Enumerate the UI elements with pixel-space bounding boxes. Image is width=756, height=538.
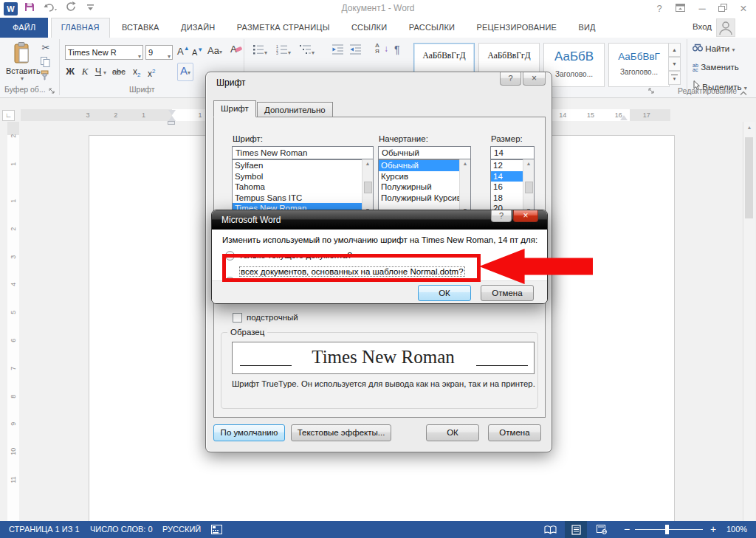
font-list-item[interactable]: Tempus Sans ITC [233, 193, 373, 204]
sort-button[interactable]: А Я [375, 43, 379, 55]
font-list-item[interactable]: Tahoma [233, 182, 373, 193]
styles-dialog-launcher-icon[interactable] [648, 86, 655, 97]
web-layout-icon[interactable] [591, 521, 613, 538]
size-list-scrollbar[interactable]: ▲ ▼ [523, 159, 534, 215]
confirm-ok-button[interactable]: ОК [418, 285, 471, 301]
italic-button[interactable]: К [78, 64, 92, 79]
tab-review[interactable]: РЕЦЕНЗИРОВАНИЕ [467, 18, 566, 38]
style-item[interactable]: АаБбВ Заголово... [543, 43, 605, 87]
scrollbar-thumb[interactable] [525, 182, 533, 193]
format-painter-icon[interactable] [40, 70, 51, 83]
scroll-up-icon[interactable]: ▲ [365, 159, 371, 168]
font-dialog-close-button[interactable]: × [523, 72, 546, 86]
style-list-item[interactable]: Обычный [379, 160, 470, 171]
first-line-indent-marker[interactable] [168, 110, 176, 115]
vertical-ruler[interactable]: 21 1234567891011 [7, 122, 19, 521]
change-case-button[interactable]: Aa▾ [207, 45, 222, 56]
tab-view[interactable]: ВИД [568, 18, 605, 38]
font-list-item[interactable]: Symbol [233, 171, 373, 182]
zoom-slider-track[interactable] [635, 529, 703, 530]
minimize-button[interactable]: ─ [693, 1, 712, 15]
tab-design[interactable]: ДИЗАЙН [171, 18, 224, 38]
numbering-button[interactable]: 123▾ [276, 44, 291, 57]
decrease-indent-button[interactable] [332, 44, 344, 57]
styles-scroll-down[interactable]: ▼ [668, 57, 681, 71]
confirm-dialog-help-button[interactable]: ? [491, 210, 512, 222]
zoom-in-button[interactable]: + [710, 521, 716, 538]
tab-home[interactable]: ГЛАВНАЯ [51, 18, 110, 38]
bullets-button[interactable]: ▾ [252, 44, 267, 57]
scroll-up-icon[interactable]: ▲ [463, 159, 468, 168]
style-list-item[interactable]: Курсив [379, 171, 470, 182]
font-dialog-tab-font[interactable]: Шрифт [213, 100, 256, 117]
tab-references[interactable]: ССЫЛКИ [342, 18, 396, 38]
default-button[interactable]: По умолчанию [213, 424, 285, 441]
style-list[interactable]: ОбычныйКурсивПолужирныйПолужирный Курсив [378, 159, 471, 215]
styles-scroll-up[interactable]: ▲ [668, 43, 681, 57]
font-dialog-tab-advanced[interactable]: Дополнительно [257, 102, 333, 117]
ribbon-display-options-icon[interactable] [670, 1, 690, 15]
paste-button[interactable]: Вставить ▾ [6, 42, 38, 88]
tab-file[interactable]: ФАЙЛ [0, 18, 48, 38]
style-value-box[interactable]: Обычный [378, 146, 471, 159]
font-list-item[interactable]: Sylfaen [233, 160, 373, 171]
font-size-combo[interactable]: 9 ▾ [145, 45, 173, 60]
confirm-dialog-close-button[interactable]: × [513, 210, 538, 222]
style-list-item[interactable]: Полужирный Курсив [379, 193, 470, 204]
font-list[interactable]: SylfaenSymbolTahomaTempus Sans ITCTimes … [232, 159, 374, 215]
replace-button[interactable]: abac Заменить [693, 62, 739, 72]
bold-button[interactable]: Ж [63, 64, 77, 79]
font-value-box[interactable]: Times New Roman [232, 146, 374, 159]
right-indent-marker[interactable] [620, 115, 628, 120]
redo-icon[interactable] [62, 1, 80, 16]
font-name-combo[interactable]: Times New R ▾ [65, 45, 143, 60]
word-count[interactable]: ЧИСЛО СЛОВ: 0 [90, 521, 153, 538]
style-item[interactable]: АаБбВвГ Заголово... [608, 43, 670, 87]
tab-mailings[interactable]: РАССЫЛКИ [399, 18, 464, 38]
help-icon[interactable]: ? [650, 1, 669, 15]
style-list-item[interactable]: Полужирный [379, 182, 470, 193]
language-indicator[interactable]: РУССКИЙ [162, 521, 201, 538]
sign-in-link[interactable]: Вход [693, 22, 712, 31]
clear-formatting-button[interactable]: А [230, 44, 243, 55]
underline-caret-icon[interactable]: ▾ [103, 69, 106, 76]
confirm-cancel-button[interactable]: Отмена [481, 285, 534, 301]
font-list-scrollbar[interactable]: ▲ ▼ [362, 159, 373, 215]
customize-qat-icon[interactable] [81, 1, 99, 16]
copy-icon[interactable] [41, 57, 50, 69]
restore-button[interactable] [713, 1, 732, 15]
style-list-scrollbar[interactable]: ▲ ▼ [459, 159, 470, 215]
styles-more-button[interactable]: ▾ [668, 71, 681, 85]
hanging-indent-marker[interactable] [168, 116, 176, 121]
cut-icon[interactable]: ✂ [38, 42, 53, 53]
find-button[interactable]: Найти ▾ [693, 44, 735, 54]
subscript-button[interactable]: x2 [133, 64, 140, 83]
tab-insert[interactable]: ВСТАВКА [112, 18, 169, 38]
multilevel-list-button[interactable]: ▾ [300, 44, 315, 57]
zoom-slider-thumb[interactable] [665, 525, 669, 534]
zoom-out-button[interactable]: − [624, 521, 630, 538]
avatar[interactable] [716, 18, 735, 37]
shrink-font-button[interactable]: A▼ [192, 46, 203, 57]
superscript-button[interactable]: x2 [148, 64, 155, 81]
tab-stop-selector[interactable]: ∟ [2, 110, 15, 121]
scroll-up-icon[interactable]: ▲ [526, 159, 532, 168]
zoom-level[interactable]: 100% [726, 521, 747, 538]
grow-font-button[interactable]: A▲ [177, 45, 190, 57]
font-dialog-cancel-button[interactable]: Отмена [488, 424, 541, 441]
undo-icon[interactable] [40, 1, 62, 16]
text-effects-button[interactable]: А▾ [177, 63, 193, 81]
save-icon[interactable] [21, 1, 38, 16]
font-dialog-help-button[interactable]: ? [500, 72, 521, 86]
tab-layout[interactable]: РАЗМЕТКА СТРАНИЦЫ [227, 18, 340, 38]
close-button[interactable]: × [734, 1, 753, 15]
read-mode-icon[interactable] [539, 521, 561, 538]
size-value-box[interactable]: 14 [490, 146, 535, 159]
left-indent-marker[interactable] [168, 121, 175, 125]
subscript-checkbox[interactable] [233, 313, 242, 323]
scrollbar-thumb[interactable] [745, 137, 753, 218]
show-marks-button[interactable]: ¶ [394, 44, 400, 55]
page-indicator[interactable]: СТРАНИЦА 1 ИЗ 1 [9, 521, 80, 538]
print-layout-icon[interactable] [565, 521, 587, 538]
text-effects-button[interactable]: Текстовые эффекты... [291, 424, 391, 441]
